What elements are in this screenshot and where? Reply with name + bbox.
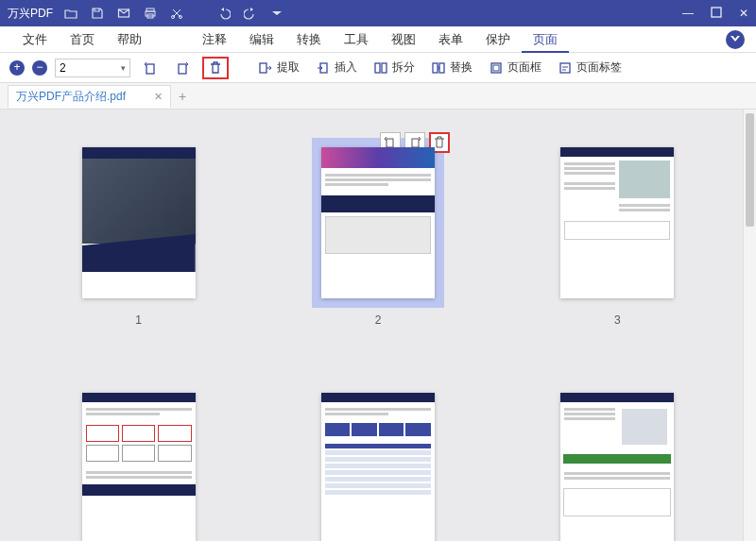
delete-page-button[interactable] xyxy=(202,57,229,79)
menu-form[interactable]: 表单 xyxy=(427,26,474,53)
menu-edit[interactable]: 编辑 xyxy=(238,26,285,53)
rotate-right-icon xyxy=(174,59,191,76)
add-tab-button[interactable]: + xyxy=(179,89,186,104)
page-thumbnail-6[interactable] xyxy=(551,383,683,541)
svg-rect-9 xyxy=(260,63,266,73)
pagebox-button[interactable]: 页面框 xyxy=(484,58,545,78)
window-controls: — ✕ xyxy=(682,7,748,20)
brand-icon[interactable] xyxy=(726,30,745,49)
save-icon[interactable] xyxy=(91,7,104,20)
undo-icon[interactable] xyxy=(217,7,231,20)
page-number-label: 3 xyxy=(614,313,621,327)
replace-button[interactable]: 替换 xyxy=(426,58,476,78)
split-icon xyxy=(372,59,389,76)
rotate-right-button[interactable] xyxy=(170,58,195,78)
svg-rect-12 xyxy=(382,63,387,73)
extract-icon xyxy=(257,59,274,76)
menu-view[interactable]: 视图 xyxy=(380,26,427,53)
menu-file[interactable]: 文件 xyxy=(11,26,59,53)
menu-tools[interactable]: 工具 xyxy=(333,26,380,53)
document-tabbar: 万兴PDF产品介绍.pdf ✕ + xyxy=(0,83,756,110)
print-icon[interactable] xyxy=(144,7,157,20)
titlebar: 万兴PDF — ✕ xyxy=(0,0,756,26)
scrollbar-thumb[interactable] xyxy=(746,113,754,227)
split-button[interactable]: 拆分 xyxy=(369,58,419,78)
svg-rect-13 xyxy=(433,63,438,73)
svg-rect-7 xyxy=(146,64,154,74)
page-number-value: 2 xyxy=(60,61,66,75)
trash-icon xyxy=(207,59,224,76)
close-button[interactable]: ✕ xyxy=(739,7,748,20)
svg-rect-6 xyxy=(712,8,721,17)
zoom-in-button[interactable]: + xyxy=(9,60,25,76)
replace-icon xyxy=(430,59,447,76)
folder-icon[interactable] xyxy=(64,7,77,20)
pagelabel-icon xyxy=(557,59,574,76)
page-thumbnail-2[interactable]: 2 xyxy=(312,138,444,327)
svg-rect-17 xyxy=(560,63,570,73)
page-thumbnail-5[interactable] xyxy=(312,383,444,541)
chevron-down-icon: ▾ xyxy=(121,63,126,73)
tab-close-button[interactable]: ✕ xyxy=(154,91,163,103)
extract-button[interactable]: 提取 xyxy=(253,58,303,78)
menu-convert[interactable]: 转换 xyxy=(285,26,333,53)
svg-rect-18 xyxy=(387,139,393,147)
menu-protect[interactable]: 保护 xyxy=(474,26,522,53)
more-icon[interactable] xyxy=(270,7,284,20)
page-number-select[interactable]: 2 ▾ xyxy=(55,59,130,77)
page-number-label: 2 xyxy=(375,313,382,327)
svg-rect-11 xyxy=(375,63,380,73)
svg-rect-16 xyxy=(493,65,499,71)
zoom-out-button[interactable]: − xyxy=(32,60,47,76)
page-toolbar: + − 2 ▾ 提取 插入 拆分 替换 页面框 页面标签 xyxy=(0,53,756,83)
titlebar-quick-actions xyxy=(64,7,284,20)
rotate-left-button[interactable] xyxy=(138,58,163,78)
page-thumbnail-workspace: 1 2 xyxy=(0,110,756,541)
cut-icon[interactable] xyxy=(170,7,183,20)
menu-help[interactable]: 帮助 xyxy=(106,26,153,53)
minimize-button[interactable]: — xyxy=(682,7,694,20)
mail-icon[interactable] xyxy=(117,7,130,20)
document-tab-filename: 万兴PDF产品介绍.pdf xyxy=(16,89,126,105)
menu-page[interactable]: 页面 xyxy=(522,26,569,53)
rotate-left-icon xyxy=(142,59,159,76)
svg-rect-19 xyxy=(412,139,419,147)
insert-button[interactable]: 插入 xyxy=(311,58,361,78)
pagebox-icon xyxy=(488,59,505,76)
insert-icon xyxy=(315,59,332,76)
page-thumbnail-4[interactable] xyxy=(73,383,205,541)
menu-annotate[interactable]: 注释 xyxy=(191,26,238,53)
vertical-scrollbar[interactable] xyxy=(743,110,756,541)
menu-home[interactable]: 首页 xyxy=(59,26,106,53)
app-name: 万兴PDF xyxy=(8,6,53,22)
svg-rect-14 xyxy=(439,63,444,73)
page-thumbnail-3[interactable]: 3 xyxy=(551,138,683,327)
document-tab[interactable]: 万兴PDF产品介绍.pdf ✕ xyxy=(8,85,171,108)
maximize-button[interactable] xyxy=(711,7,722,20)
redo-icon[interactable] xyxy=(244,7,257,20)
pagelabel-button[interactable]: 页面标签 xyxy=(553,58,626,78)
svg-rect-8 xyxy=(179,64,186,74)
menubar: 文件 首页 帮助 注释 编辑 转换 工具 视图 表单 保护 页面 xyxy=(0,26,756,53)
page-thumbnail-1[interactable]: 1 xyxy=(73,138,205,327)
page-number-label: 1 xyxy=(135,313,142,327)
